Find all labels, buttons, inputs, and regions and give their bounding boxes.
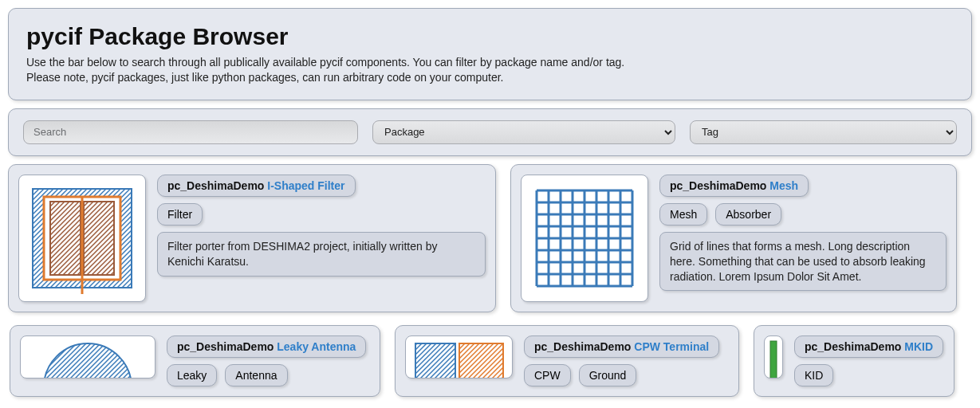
- header-panel: pycif Package Browser Use the bar below …: [8, 8, 972, 100]
- cards-row-2: pc_DeshimaDemo Leaky Antenna Leaky Anten…: [0, 325, 980, 397]
- component-name: CPW Terminal: [634, 340, 709, 353]
- component-card[interactable]: pc_DeshimaDemo I-Shaped Filter Filter Fi…: [8, 164, 496, 312]
- desc-line-2: Please note, pycif packages, just like p…: [26, 70, 954, 85]
- card-body: pc_DeshimaDemo Leaky Antenna Leaky Anten…: [167, 335, 370, 386]
- tag-pill[interactable]: Ground: [579, 364, 637, 386]
- page-description: Use the bar below to search through all …: [26, 55, 954, 85]
- tag-select[interactable]: Tag: [690, 120, 957, 144]
- component-name: MKID: [904, 340, 933, 353]
- component-thumbnail: [405, 335, 513, 379]
- svg-rect-2: [50, 202, 81, 275]
- component-title-pill: pc_DeshimaDemo Leaky Antenna: [167, 335, 366, 358]
- component-card[interactable]: pc_DeshimaDemo MKID KID: [754, 325, 954, 397]
- card-body: pc_DeshimaDemo Mesh Mesh Absorber Grid o…: [659, 175, 947, 302]
- tag-pill[interactable]: Mesh: [659, 203, 707, 226]
- tag-pill[interactable]: Antenna: [225, 364, 287, 386]
- component-title-pill: pc_DeshimaDemo Mesh: [659, 175, 809, 197]
- tag-pill[interactable]: CPW: [524, 364, 571, 386]
- card-body: pc_DeshimaDemo CPW Terminal CPW Ground: [524, 335, 729, 386]
- cards-row-1: pc_DeshimaDemo I-Shaped Filter Filter Fi…: [0, 164, 980, 312]
- cpw-terminal-icon: [411, 339, 507, 379]
- svg-rect-25: [459, 343, 503, 379]
- package-name: pc_DeshimaDemo: [177, 340, 274, 353]
- component-title-pill: pc_DeshimaDemo I-Shaped Filter: [157, 175, 356, 197]
- component-thumbnail: [18, 175, 146, 302]
- mesh-icon: [529, 182, 640, 294]
- page-title: pycif Package Browser: [26, 23, 954, 50]
- component-description: Grid of lines that forms a mesh. Long de…: [659, 232, 947, 292]
- package-name: pc_DeshimaDemo: [534, 340, 631, 353]
- ishaped-filter-icon: [26, 182, 138, 294]
- tag-pill[interactable]: Filter: [157, 203, 203, 226]
- svg-rect-24: [415, 343, 455, 379]
- mkid-icon: [766, 339, 781, 379]
- search-panel: Package Tag: [8, 108, 972, 156]
- package-name: pc_DeshimaDemo: [670, 179, 766, 192]
- component-name: Leaky Antenna: [277, 340, 356, 353]
- desc-line-1: Use the bar below to search through all …: [26, 55, 954, 70]
- search-input[interactable]: [23, 120, 358, 144]
- component-title-pill: pc_DeshimaDemo CPW Terminal: [524, 335, 719, 358]
- svg-rect-26: [770, 341, 777, 379]
- component-card[interactable]: pc_DeshimaDemo Mesh Mesh Absorber Grid o…: [510, 164, 957, 312]
- tag-pill[interactable]: Leaky: [167, 364, 217, 386]
- tag-pill[interactable]: Absorber: [715, 203, 781, 226]
- leaky-antenna-icon: [28, 339, 148, 379]
- component-thumbnail: [20, 335, 155, 379]
- tag-pill[interactable]: KID: [794, 364, 833, 386]
- card-body: pc_DeshimaDemo MKID KID: [794, 335, 944, 386]
- component-name: Mesh: [769, 179, 798, 192]
- component-thumbnail: [521, 175, 648, 302]
- card-body: pc_DeshimaDemo I-Shaped Filter Filter Fi…: [157, 175, 486, 302]
- component-title-pill: pc_DeshimaDemo MKID: [794, 335, 943, 358]
- component-name: I-Shaped Filter: [267, 179, 344, 192]
- package-name: pc_DeshimaDemo: [167, 179, 264, 192]
- component-description: Filter porter from DESHIMA2 project, ini…: [157, 232, 486, 277]
- svg-point-23: [44, 343, 132, 379]
- package-name: pc_DeshimaDemo: [805, 340, 901, 353]
- package-select[interactable]: Package: [372, 120, 675, 144]
- component-thumbnail: [764, 335, 783, 379]
- component-card[interactable]: pc_DeshimaDemo Leaky Antenna Leaky Anten…: [10, 325, 380, 397]
- svg-rect-3: [84, 202, 114, 275]
- component-card[interactable]: pc_DeshimaDemo CPW Terminal CPW Ground: [395, 325, 739, 397]
